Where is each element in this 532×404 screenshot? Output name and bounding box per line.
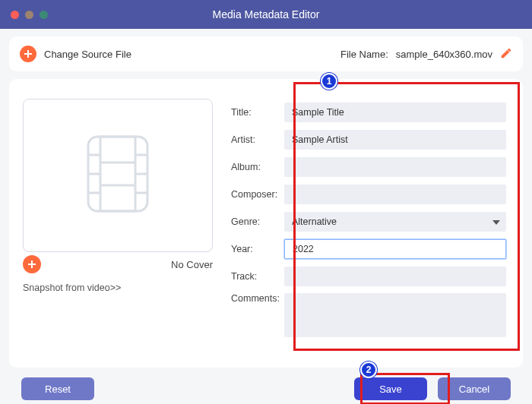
- save-button[interactable]: Save: [354, 377, 427, 400]
- year-field[interactable]: [284, 239, 506, 259]
- genre-label: Genre:: [231, 216, 284, 227]
- reset-button[interactable]: Reset: [21, 377, 94, 400]
- minimize-window-button[interactable]: [25, 11, 33, 19]
- film-placeholder-icon: [84, 132, 152, 219]
- maximize-window-button[interactable]: [40, 11, 48, 19]
- file-name-label: File Name:: [340, 49, 388, 60]
- comments-label: Comments:: [231, 293, 284, 304]
- no-cover-label: No Cover: [171, 259, 213, 270]
- genre-value: Alternative: [292, 216, 337, 227]
- footer-bar: Reset Save Cancel 2: [9, 368, 523, 404]
- close-window-button[interactable]: [11, 11, 19, 19]
- metadata-form: Title: Artist: Album: Composer: Genre:: [219, 93, 514, 360]
- annotation-badge-2: 2: [360, 361, 377, 378]
- add-cover-button[interactable]: [23, 255, 41, 273]
- artist-field[interactable]: [284, 130, 506, 150]
- window-title: Media Metadata Editor: [0, 8, 532, 21]
- source-file-bar: Change Source File File Name: sample_640…: [9, 36, 523, 71]
- track-field[interactable]: [284, 267, 506, 286]
- comments-field[interactable]: [284, 293, 506, 337]
- title-field[interactable]: [284, 103, 506, 122]
- title-label: Title:: [231, 107, 284, 118]
- window-titlebar: Media Metadata Editor: [0, 0, 532, 29]
- snapshot-from-video-link[interactable]: Snapshot from video>>: [23, 282, 213, 293]
- edit-filename-icon[interactable]: [500, 47, 512, 62]
- change-source-file-icon[interactable]: [20, 46, 36, 62]
- change-source-file-button[interactable]: Change Source File: [44, 49, 131, 60]
- composer-label: Composer:: [231, 189, 284, 200]
- editor-body: No Cover Snapshot from video>> Title: Ar…: [9, 79, 523, 368]
- svg-rect-1: [100, 137, 135, 211]
- genre-select[interactable]: Alternative: [284, 212, 506, 232]
- file-name-value: sample_640x360.mov: [396, 49, 492, 60]
- track-label: Track:: [231, 271, 284, 282]
- cover-preview: [23, 99, 213, 252]
- album-field[interactable]: [284, 157, 506, 177]
- chevron-down-icon: [492, 216, 500, 227]
- album-label: Album:: [231, 162, 284, 172]
- window-controls: [0, 11, 48, 19]
- annotation-badge-1: 1: [321, 73, 337, 90]
- artist-label: Artist:: [231, 134, 284, 145]
- cover-column: No Cover Snapshot from video>>: [20, 93, 219, 360]
- cancel-button[interactable]: Cancel: [438, 377, 511, 400]
- year-label: Year:: [231, 244, 284, 254]
- composer-field[interactable]: [284, 185, 506, 204]
